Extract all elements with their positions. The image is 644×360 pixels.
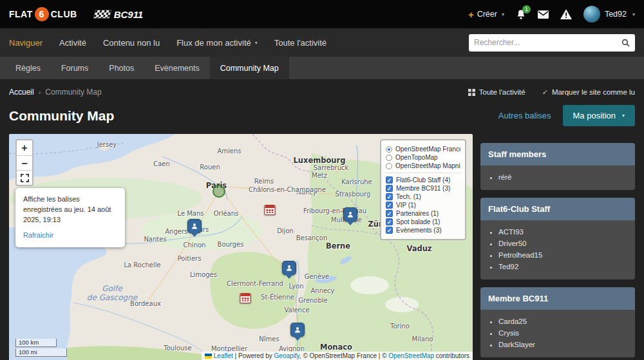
layer-control[interactable]: OpenStreetMap FranceOpenTopoMapOpenStree… [380,139,466,240]
pin-tail [294,336,301,345]
other-markers-link[interactable]: Autres balises [498,111,551,120]
overlay-option[interactable]: ✓Flat6-Club Staff (4) [386,176,460,184]
nav-item-naviguer[interactable]: Naviguer [9,38,43,48]
member-list: réré [480,166,635,190]
caret-down-icon: ▾ [502,12,504,17]
nav-item-activit[interactable]: Activité [59,38,86,48]
member-pin-marker[interactable] [290,323,305,341]
member-link[interactable]: Petrolhead15 [498,249,627,261]
title-actions: Autres balises Ma position ▾ [498,105,635,126]
overlay-label: Spot balade (1) [396,218,440,225]
breadcrumb-separator: › [39,88,41,96]
bc911-logo[interactable]: BC911 [94,9,144,20]
geoapify-link[interactable]: Geoapify [274,352,299,359]
event-calendar-marker[interactable] [240,293,251,303]
calendar-grid [242,298,249,301]
zoom-out-button[interactable]: − [17,155,32,170]
mark-read-label: Marquer le site comme lu [552,88,635,96]
member-link[interactable]: Carda25 [498,316,627,327]
search-button[interactable] [621,39,630,47]
member-link[interactable]: Ted92 [498,261,627,272]
checkbox-icon: ✓ [386,227,393,234]
my-position-button[interactable]: Ma position ▾ [563,105,636,126]
alerts-button[interactable] [560,9,572,19]
map-column: ParisLuxembourgBerneVaduzMonacoZürichJer… [9,134,473,360]
sidebar-group-title: Staff members [480,143,635,166]
calendar-icon [265,205,275,208]
refresh-link[interactable]: Rafraichir [23,231,53,241]
logo-club-text: CLUB [51,9,77,19]
checkbox-icon: ✓ [386,202,393,209]
subnav-item-ev-nements[interactable]: Evènements [144,57,209,79]
nav-item-flux-de-mon-activit[interactable]: Flux de mon activité▾ [176,38,258,48]
subnav-item-community-map[interactable]: Community Map [210,57,289,79]
overlay-option[interactable]: ✓VIP (1) [386,202,460,209]
check-icon: ✓ [542,88,548,97]
osm-link[interactable]: OpenStreetMap [388,352,434,359]
subnav-item-r-gles[interactable]: Règles [5,57,51,79]
breadcrumb-home[interactable]: Accueil [9,88,34,97]
messages-button[interactable] [538,10,549,19]
top-actions: + Créer ▾ 1 Ted92 ▾ [468,6,635,23]
base-layer-label: OpenStreetMap Mapnik [395,162,460,169]
base-layer-option[interactable]: OpenStreetMap Mapnik [386,162,460,169]
grid-icon [468,89,475,96]
subnav-item-photos[interactable]: Photos [99,57,144,79]
member-list: Carda25CrysisDarkSlayer [480,310,635,357]
person-icon [346,211,354,218]
zoom-in-button[interactable]: + [17,140,32,155]
overlay-option[interactable]: ✓Spot balade (1) [386,218,460,225]
overlay-option[interactable]: ✓Evènements (3) [386,227,460,234]
sidebar-group-flat6-club-staff: Flat6-Club StaffACTI93Driver50Petrolhead… [480,198,635,279]
member-pin-marker[interactable] [343,207,357,226]
scale-mi: 100 mi [15,348,67,357]
members-sidebar: Staff membersréréFlat6-Club StaffACTI93D… [480,134,635,360]
nav-item-toute-l-activit[interactable]: Toute l'activité [274,38,327,48]
popup-text-line2: enregistrées au jeu. 14 août 2025, 19:13 [23,205,117,225]
member-pin-marker[interactable] [282,261,296,279]
popup-text-line1: Affiche les balises [23,194,117,205]
leaflet-link[interactable]: Leaflet [214,352,233,359]
attribution-text-mid: , © OpenStreetMap France | © [299,352,389,359]
notifications-button[interactable]: 1 [516,9,526,20]
event-calendar-marker[interactable] [265,205,276,215]
community-map[interactable]: ParisLuxembourgBerneVaduzMonacoZürichJer… [9,134,473,360]
create-button[interactable]: + Créer ▾ [468,9,504,20]
sidebar-group-title: Flat6-Club Staff [480,198,635,220]
overlay-option[interactable]: ✓Tech. (1) [386,193,460,200]
fullscreen-button[interactable] [17,170,32,185]
person-icon [285,264,293,272]
search-input[interactable] [474,38,621,47]
member-link[interactable]: ACTI93 [498,226,627,238]
checkbox-icon: ✓ [386,210,393,217]
pin-head [343,207,357,222]
main-navigation: NaviguerActivitéContenu non luFlux de mo… [0,28,644,57]
page-title: Community Map [9,108,114,124]
ukraine-flag-icon [205,354,212,359]
member-link[interactable]: Crysis [498,327,627,339]
base-layer-option[interactable]: OpenTopoMap [386,154,460,161]
base-layer-option[interactable]: OpenStreetMap France [386,146,460,153]
overlay-label: Tech. (1) [396,193,421,200]
user-menu[interactable]: Ted92 ▾ [583,6,635,23]
overlay-option[interactable]: ✓Partenaires (1) [386,210,460,217]
breadcrumb: Accueil › Community Map [9,88,102,97]
create-label: Créer [477,10,497,19]
member-link[interactable]: DarkSlayer [498,339,627,350]
layer-separator [386,173,460,173]
radio-icon [386,163,392,169]
member-pin-marker[interactable] [187,219,202,238]
pin-tail [285,274,293,283]
nav-item-contenu-non-lu[interactable]: Contenu non lu [103,38,160,48]
person-icon [191,222,198,230]
checkbox-icon: ✓ [386,218,393,225]
subnav-item-list: RèglesForumsPhotosEvènementsCommunity Ma… [5,57,289,79]
member-link[interactable]: Driver50 [498,238,627,249]
checkered-flag-icon [93,10,111,19]
member-link[interactable]: réré [498,171,627,183]
flat6club-logo[interactable]: FLAT 6 CLUB [9,7,77,21]
all-activity-link[interactable]: Toute l'activité [468,88,526,97]
overlay-option[interactable]: ✓Membre BC911 (3) [386,185,460,192]
subnav-item-forums[interactable]: Forums [51,57,99,79]
mark-site-read-link[interactable]: ✓ Marquer le site comme lu [542,88,635,97]
